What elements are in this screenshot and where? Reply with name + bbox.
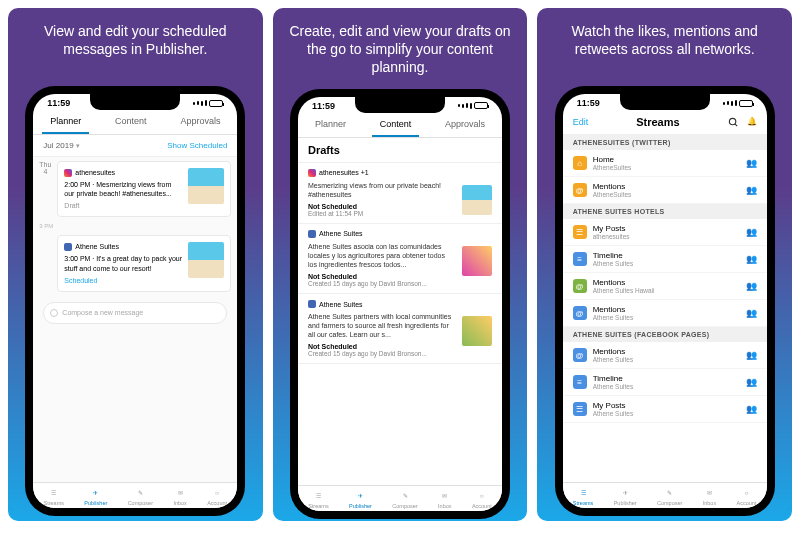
scheduled-card[interactable]: athenesuites 2:00 PM · Mesmerizing views… xyxy=(57,161,231,217)
signal-icon xyxy=(723,98,753,108)
draft-item[interactable]: athenesuites +1 Mesmerizing views from o… xyxy=(298,163,502,224)
tab-streams[interactable]: ☰Streams xyxy=(44,487,64,506)
stream-row[interactable]: ≡TimelineAthene Suites👥 xyxy=(563,369,767,396)
caption: Create, edit and view your drafts on the… xyxy=(279,14,522,89)
stream-row[interactable]: ≡TimelineAthene Suites👥 xyxy=(563,246,767,273)
people-icon: 👥 xyxy=(746,281,757,291)
thumbnail xyxy=(188,242,224,278)
plus-icon xyxy=(50,309,58,317)
posts-icon: ☰ xyxy=(573,225,587,239)
phone-frame: 11:59 Planner Content Approvals Jul 2019… xyxy=(25,86,245,516)
scheduled-card[interactable]: Athene Suites 3:00 PM · It's a great day… xyxy=(57,235,231,291)
chevron-down-icon: ▾ xyxy=(76,142,80,149)
inbox-icon: ✉ xyxy=(703,487,715,499)
tab-inbox[interactable]: ✉Inbox xyxy=(438,490,451,509)
screen: 11:59 Planner Content Approvals Drafts a… xyxy=(298,97,502,511)
people-icon: 👥 xyxy=(746,404,757,414)
facebook-icon xyxy=(64,243,72,251)
promo-panel-2: Create, edit and view your drafts on the… xyxy=(273,8,528,521)
time: 11:59 xyxy=(577,98,600,108)
notch xyxy=(355,97,445,113)
publisher-tabs: Planner Content Approvals xyxy=(298,113,502,138)
timeline-icon: ≡ xyxy=(573,252,587,266)
instagram-icon xyxy=(64,169,72,177)
tab-composer[interactable]: ✎Composer xyxy=(392,490,417,509)
tab-publisher[interactable]: ✈Publisher xyxy=(84,487,107,506)
time: 11:59 xyxy=(312,101,335,111)
facebook-icon xyxy=(308,300,316,308)
stream-row[interactable]: ☰My Postsathenesuites👥 xyxy=(563,219,767,246)
tab-bar: ☰Streams ✈Publisher ✎Composer ✉Inbox ☺Ac… xyxy=(33,482,237,508)
tab-account[interactable]: ☺Account xyxy=(472,490,492,509)
tab-composer[interactable]: ✎Composer xyxy=(128,487,153,506)
stream-row[interactable]: ☰My PostsAthene Suites👥 xyxy=(563,396,767,423)
publisher-icon: ✈ xyxy=(619,487,631,499)
signal-icon xyxy=(458,101,488,111)
time-marker: 3 PM xyxy=(33,221,237,231)
phone-frame: 11:59 Edit Streams 🔔 ATHENESUITES (TWITT… xyxy=(555,86,775,516)
mention-icon: @ xyxy=(573,279,587,293)
account-icon: ☺ xyxy=(211,487,223,499)
tab-streams[interactable]: ☰Streams xyxy=(573,487,593,506)
facebook-icon xyxy=(308,230,316,238)
account-icon: ☺ xyxy=(740,487,752,499)
tab-account[interactable]: ☺Account xyxy=(207,487,227,506)
caption: Watch the likes, mentions and retweets a… xyxy=(543,14,786,86)
compose-button[interactable]: Compose a new message xyxy=(43,302,227,324)
mention-icon: @ xyxy=(573,183,587,197)
thumbnail xyxy=(462,246,492,276)
show-scheduled-link[interactable]: Show Scheduled xyxy=(167,141,227,150)
tab-publisher[interactable]: ✈Publisher xyxy=(349,490,372,509)
month-picker[interactable]: Jul 2019▾ xyxy=(43,141,79,150)
people-icon: 👥 xyxy=(746,350,757,360)
publisher-icon: ✈ xyxy=(90,487,102,499)
tab-planner[interactable]: Planner xyxy=(42,110,89,134)
time: 11:59 xyxy=(47,98,70,108)
battery-icon xyxy=(739,100,753,107)
planner-content: Thu4 athenesuites 2:00 PM · Mesmerizing … xyxy=(33,157,237,482)
account-icon: ☺ xyxy=(476,490,488,502)
tab-inbox[interactable]: ✉Inbox xyxy=(173,487,186,506)
tab-composer[interactable]: ✎Composer xyxy=(657,487,682,506)
people-icon: 👥 xyxy=(746,158,757,168)
section-header: ATHENESUITES (TWITTER) xyxy=(563,135,767,150)
stream-row[interactable]: @MentionsAthene Suites👥 xyxy=(563,300,767,327)
tab-publisher[interactable]: ✈Publisher xyxy=(614,487,637,506)
screen: 11:59 Planner Content Approvals Jul 2019… xyxy=(33,94,237,508)
notch xyxy=(90,94,180,110)
tab-approvals[interactable]: Approvals xyxy=(437,113,493,137)
mention-icon: @ xyxy=(573,348,587,362)
stream-row[interactable]: ⌂HomeAtheneSuites👥 xyxy=(563,150,767,177)
section-header: ATHENE SUITES HOTELS xyxy=(563,204,767,219)
composer-icon: ✎ xyxy=(134,487,146,499)
tab-bar: ☰Streams ✈Publisher ✎Composer ✉Inbox ☺Ac… xyxy=(563,482,767,508)
search-icon[interactable] xyxy=(728,117,739,128)
screen: 11:59 Edit Streams 🔔 ATHENESUITES (TWITT… xyxy=(563,94,767,508)
thumbnail xyxy=(462,185,492,215)
posts-icon: ☰ xyxy=(573,402,587,416)
streams-icon: ☰ xyxy=(312,490,324,502)
tab-streams[interactable]: ☰Streams xyxy=(308,490,328,509)
draft-item[interactable]: Athene Suites Athene Suites asocia con l… xyxy=(298,224,502,294)
bell-icon[interactable]: 🔔 xyxy=(747,117,757,128)
instagram-icon xyxy=(308,169,316,177)
promo-panel-1: View and edit your scheduled messages in… xyxy=(8,8,263,521)
tab-inbox[interactable]: ✉Inbox xyxy=(703,487,716,506)
tab-content[interactable]: Content xyxy=(107,110,155,134)
day-column: Thu4 xyxy=(33,157,57,221)
stream-row[interactable]: @MentionsAtheneSuites👥 xyxy=(563,177,767,204)
svg-point-0 xyxy=(729,118,735,124)
stream-row[interactable]: @MentionsAthene Suites Hawaii👥 xyxy=(563,273,767,300)
draft-item[interactable]: Athene Suites Athene Suites partners wit… xyxy=(298,294,502,364)
tab-approvals[interactable]: Approvals xyxy=(172,110,228,134)
tab-planner[interactable]: Planner xyxy=(307,113,354,137)
stream-row[interactable]: @MentionsAthene Suites👥 xyxy=(563,342,767,369)
inbox-icon: ✉ xyxy=(439,490,451,502)
notch xyxy=(620,94,710,110)
streams-icon: ☰ xyxy=(577,487,589,499)
edit-button[interactable]: Edit xyxy=(573,117,589,127)
thumbnail xyxy=(462,316,492,346)
tab-content[interactable]: Content xyxy=(372,113,420,137)
streams-list: ATHENESUITES (TWITTER) ⌂HomeAtheneSuites… xyxy=(563,135,767,482)
tab-account[interactable]: ☺Account xyxy=(737,487,757,506)
